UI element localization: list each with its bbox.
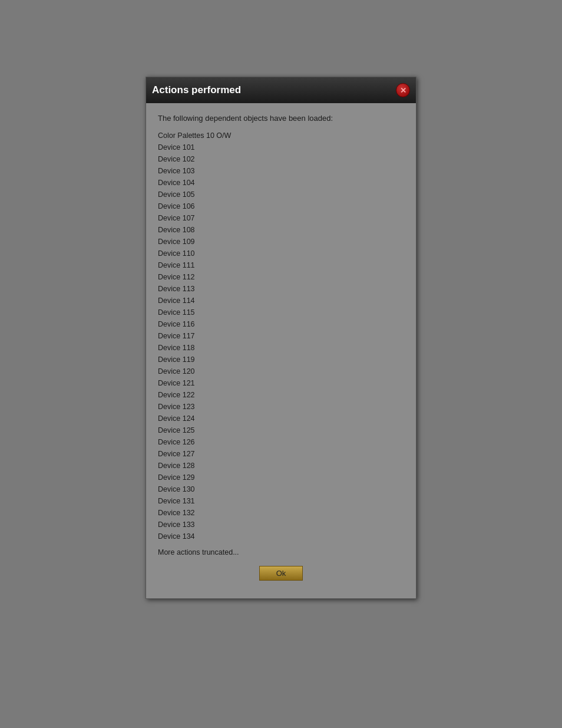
close-button[interactable]: ✕	[396, 83, 410, 97]
list-item: Device 130	[158, 483, 404, 495]
list-item: Device 126	[158, 436, 404, 448]
list-item: Device 107	[158, 212, 404, 224]
list-item: Device 117	[158, 330, 404, 342]
items-list: Color Palettes 10 O/WDevice 101Device 10…	[158, 130, 404, 542]
list-item: Device 133	[158, 519, 404, 531]
list-item: Device 114	[158, 295, 404, 307]
list-item: Device 116	[158, 318, 404, 330]
list-item: Device 112	[158, 271, 404, 283]
list-item: Device 120	[158, 365, 404, 377]
ok-button[interactable]: Ok	[259, 566, 303, 581]
list-item: Device 128	[158, 460, 404, 472]
list-item: Color Palettes 10 O/W	[158, 130, 404, 141]
list-item: Device 104	[158, 177, 404, 189]
list-item: Device 106	[158, 200, 404, 212]
list-item: Device 129	[158, 472, 404, 483]
intro-text: The following dependent objects have bee…	[158, 114, 404, 123]
list-item: Device 101	[158, 141, 404, 153]
list-item: Device 119	[158, 354, 404, 365]
dialog-titlebar: Actions performed ✕	[146, 77, 416, 103]
list-item: Device 132	[158, 507, 404, 519]
list-item: Device 113	[158, 283, 404, 295]
ok-button-container: Ok	[158, 566, 404, 589]
list-item: Device 102	[158, 153, 404, 165]
dialog-content: The following dependent objects have bee…	[146, 103, 416, 598]
actions-performed-dialog: Actions performed ✕ The following depend…	[146, 77, 416, 599]
list-item: Device 110	[158, 248, 404, 259]
dialog-title: Actions performed	[152, 84, 241, 96]
list-item: Device 105	[158, 189, 404, 200]
list-item: Device 127	[158, 448, 404, 460]
list-item: Device 111	[158, 259, 404, 271]
list-item: Device 123	[158, 401, 404, 413]
truncated-text: More actions truncated...	[158, 548, 404, 556]
list-item: Device 131	[158, 495, 404, 507]
list-item: Device 109	[158, 236, 404, 248]
list-item: Device 108	[158, 224, 404, 236]
list-item: Device 115	[158, 307, 404, 318]
list-item: Device 118	[158, 342, 404, 354]
list-item: Device 124	[158, 413, 404, 424]
list-item: Device 122	[158, 389, 404, 401]
list-item: Device 125	[158, 424, 404, 436]
list-item: Device 121	[158, 377, 404, 389]
list-item: Device 103	[158, 165, 404, 177]
list-item: Device 134	[158, 531, 404, 542]
